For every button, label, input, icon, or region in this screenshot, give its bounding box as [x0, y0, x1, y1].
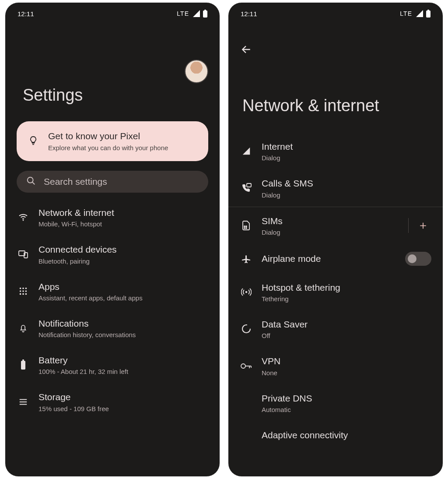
item-title: Data Saver — [262, 318, 431, 330]
net-item-adaptive[interactable]: Adaptive connectivity — [228, 421, 443, 444]
sim-icon — [240, 220, 253, 231]
status-right: LTE — [177, 10, 207, 18]
search-input[interactable]: Search settings — [17, 171, 208, 193]
svg-point-29 — [245, 291, 247, 293]
apps-grid-icon — [17, 286, 30, 296]
svg-point-14 — [22, 293, 24, 295]
net-item-vpn[interactable]: VPN None — [228, 347, 443, 384]
svg-point-13 — [20, 293, 21, 295]
net-item-datasaver[interactable]: Data Saver Off — [228, 310, 443, 347]
vpn-key-icon — [240, 363, 253, 370]
battery-icon — [426, 10, 430, 18]
svg-rect-21 — [426, 11, 430, 18]
item-title: Network & internet — [38, 207, 208, 218]
item-title: Storage — [38, 391, 208, 403]
add-sim-button[interactable]: ＋ — [415, 218, 431, 233]
item-sub: 15% used - 109 GB free — [38, 405, 208, 412]
item-sub: Tethering — [262, 295, 431, 303]
item-sub: Off — [262, 332, 431, 339]
item-title: Airplane mode — [262, 253, 396, 264]
avatar[interactable] — [185, 60, 208, 83]
item-title: Hotspot & tethering — [262, 282, 431, 293]
arrow-back-icon — [241, 44, 252, 55]
svg-point-12 — [25, 290, 27, 292]
promo-sub: Explore what you can do with your phone — [48, 144, 168, 151]
svg-point-25 — [244, 226, 245, 227]
settings-item-connected-devices[interactable]: Connected devices Bluetooth, pairing — [5, 236, 220, 272]
item-title: Battery — [38, 354, 208, 366]
item-sub: 100% - About 21 hr, 32 min left — [38, 368, 208, 375]
item-sub: Dialog — [262, 229, 399, 236]
net-item-internet[interactable]: Internet Dialog — [228, 133, 443, 169]
net-item-airplane[interactable]: Airplane mode — [228, 244, 443, 274]
item-title: Internet — [262, 141, 431, 152]
item-sub: Mobile, Wi-Fi, hotspot — [38, 220, 208, 228]
net-item-calls-sms[interactable]: Calls & SMS Dialog — [228, 169, 443, 206]
settings-item-battery[interactable]: Battery 100% - About 21 hr, 32 min left — [5, 346, 220, 383]
svg-point-27 — [244, 228, 245, 229]
svg-point-10 — [20, 290, 21, 292]
svg-rect-0 — [203, 11, 207, 18]
svg-point-28 — [246, 228, 247, 229]
signal-icon — [416, 10, 424, 17]
bell-icon — [17, 323, 30, 333]
settings-item-storage[interactable]: Storage 15% used - 109 GB free — [5, 383, 220, 420]
item-title: Connected devices — [38, 243, 208, 255]
network-screen: 12:11 LTE Network & internet Internet Di… — [228, 3, 443, 476]
item-title: SIMs — [262, 215, 399, 227]
back-button[interactable] — [228, 25, 443, 57]
svg-line-3 — [32, 182, 35, 184]
svg-point-30 — [242, 325, 250, 333]
promo-card[interactable]: Get to know your Pixel Explore what you … — [17, 121, 208, 161]
item-sub: Dialog — [262, 191, 431, 199]
phone-message-icon — [240, 183, 253, 193]
lightbulb-icon — [28, 135, 38, 148]
svg-point-9 — [25, 287, 27, 289]
wifi-icon — [17, 212, 30, 222]
devices-icon — [17, 249, 30, 259]
net-item-sims[interactable]: SIMs Dialog ＋ — [228, 207, 443, 244]
item-sub: Dialog — [262, 154, 431, 162]
net-item-hotspot[interactable]: Hotspot & tethering Tethering — [228, 274, 443, 310]
settings-screen: 12:11 LTE Settings Get to know your Pixe… — [5, 3, 220, 476]
svg-rect-16 — [21, 361, 25, 370]
svg-point-31 — [241, 364, 245, 368]
item-title: Calls & SMS — [262, 177, 431, 189]
svg-rect-17 — [22, 359, 24, 361]
settings-item-network[interactable]: Network & internet Mobile, Wi-Fi, hotspo… — [5, 199, 220, 236]
item-title: Notifications — [38, 317, 208, 329]
svg-rect-1 — [204, 10, 206, 11]
item-title: Private DNS — [262, 392, 431, 404]
network-type-label: LTE — [177, 10, 189, 17]
signal-triangle-icon — [240, 146, 253, 156]
svg-rect-22 — [427, 10, 429, 11]
separator — [408, 218, 409, 233]
status-time: 12:11 — [241, 10, 257, 18]
svg-point-11 — [22, 290, 24, 292]
svg-rect-24 — [247, 183, 251, 187]
settings-item-notifications[interactable]: Notifications Notification history, conv… — [5, 310, 220, 346]
signal-icon — [192, 10, 200, 17]
search-placeholder: Search settings — [44, 176, 107, 187]
item-title: Apps — [38, 281, 208, 292]
svg-point-15 — [25, 293, 27, 295]
status-bar: 12:11 LTE — [5, 3, 220, 25]
hotspot-icon — [240, 287, 253, 297]
network-type-label: LTE — [400, 10, 412, 17]
svg-point-7 — [20, 287, 21, 289]
battery-icon — [203, 10, 207, 18]
item-sub: Assistant, recent apps, default apps — [38, 294, 208, 302]
item-sub: Automatic — [262, 406, 431, 413]
svg-point-26 — [246, 226, 247, 227]
status-time: 12:11 — [18, 10, 34, 18]
svg-point-4 — [23, 220, 24, 221]
page-title: Network & internet — [228, 57, 443, 133]
net-item-private-dns[interactable]: Private DNS Automatic — [228, 384, 443, 421]
settings-item-apps[interactable]: Apps Assistant, recent apps, default app… — [5, 273, 220, 310]
battery-vert-icon — [17, 359, 30, 370]
status-right: LTE — [400, 10, 430, 18]
status-bar: 12:11 LTE — [228, 3, 443, 25]
airplane-toggle[interactable] — [405, 252, 431, 266]
storage-icon — [17, 397, 30, 407]
item-sub: Notification history, conversations — [38, 331, 208, 338]
